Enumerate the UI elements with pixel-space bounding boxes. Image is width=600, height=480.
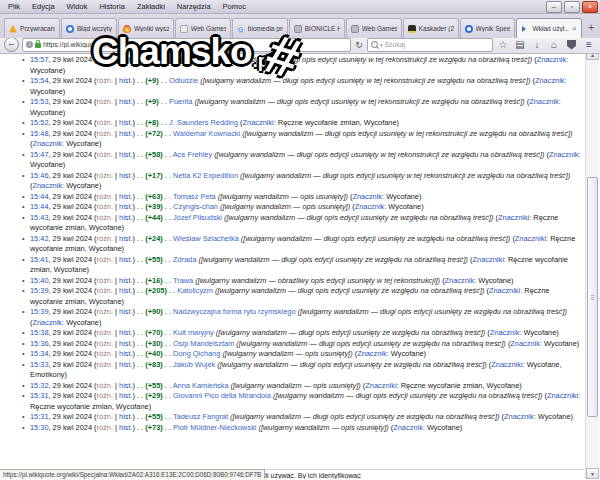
history-link[interactable]: hist. — [119, 360, 133, 369]
page-link[interactable]: J. Saunders Redding — [169, 118, 238, 127]
time-link[interactable]: 15:48 — [30, 129, 49, 138]
history-link[interactable]: hist. — [119, 192, 133, 201]
page-link[interactable]: Tadeusz Fangrat — [173, 412, 228, 421]
time-link[interactable]: 15:54 — [30, 76, 49, 85]
page-link[interactable]: Józef Piłsudski — [173, 213, 222, 222]
page-link[interactable]: Piotr Müldner-Nieckowski — [173, 423, 256, 432]
vertical-scrollbar[interactable]: ▲ ▼ — [585, 49, 599, 479]
time-link[interactable]: 15:39 — [30, 307, 49, 316]
time-link[interactable]: 15:31 — [30, 391, 49, 400]
history-link[interactable]: hist. — [119, 97, 133, 106]
restore-button[interactable]: ▫ — [564, 1, 580, 13]
tag-link[interactable]: Znaczniki: — [365, 381, 398, 390]
page-link[interactable]: Nadzwyczajna forma rytu rzymskiego — [173, 307, 295, 316]
browser-tab[interactable]: Kaskader (202... — [403, 18, 459, 38]
history-link[interactable]: hist. — [119, 171, 133, 180]
tag-link[interactable]: Znacznik: — [32, 318, 64, 327]
menu-pomoc[interactable]: Pomoc — [217, 1, 252, 13]
page-link[interactable]: Odludzie — [169, 76, 198, 85]
history-link[interactable]: hist. — [119, 55, 133, 64]
scrollbar-thumb[interactable] — [587, 177, 598, 417]
time-link[interactable]: 15:33 — [30, 360, 49, 369]
page-link[interactable]: Giovanni Pico della Mirandola — [173, 391, 271, 400]
history-link[interactable]: hist. — [119, 150, 133, 159]
time-link[interactable]: 15:42 — [30, 234, 49, 243]
browser-tab[interactable]: Wyniki wyszuki... — [118, 18, 174, 38]
page-link[interactable]: Realista — [173, 55, 200, 64]
browser-tab[interactable]: Web Games | BoM... — [175, 18, 231, 38]
tag-link[interactable]: Znaczniki: — [473, 255, 506, 264]
reload-button[interactable]: ↻ — [354, 40, 364, 50]
tag-link[interactable]: Znacznik: — [445, 276, 477, 285]
time-link[interactable]: 15:36 — [30, 339, 49, 348]
menu-historia[interactable]: Historia — [93, 1, 130, 13]
history-link[interactable]: hist. — [119, 213, 133, 222]
menu-widok[interactable]: Widok — [61, 1, 94, 13]
tag-link[interactable]: Znacznik: — [393, 423, 425, 432]
page-link[interactable]: Katolicyzm — [177, 286, 213, 295]
page-link[interactable]: Netia K2 Expedition — [173, 171, 238, 180]
tag-link[interactable]: Znacznik: — [504, 412, 536, 421]
history-link[interactable]: hist. — [119, 307, 133, 316]
time-link[interactable]: 15:47 — [30, 150, 49, 159]
url-text[interactable]: https://pl.wikiquote.org/wi — [43, 41, 119, 48]
downloads-icon[interactable]: ↓ — [530, 38, 544, 52]
tag-link[interactable]: Znacznik: — [529, 97, 561, 106]
page-link[interactable]: Zdrada — [173, 255, 196, 264]
menu-plik[interactable]: Plik — [2, 1, 26, 13]
tag-link[interactable]: Znacznik: — [32, 139, 64, 148]
history-link[interactable]: hist. — [119, 286, 133, 295]
page-link[interactable]: Ace Frehley — [173, 150, 212, 159]
tag-link[interactable]: Znaczniki: — [515, 234, 548, 243]
history-link[interactable]: hist. — [119, 255, 133, 264]
tag-link[interactable]: Znacznik: — [535, 76, 567, 85]
page-link[interactable]: Wiesław Szlachetka — [173, 234, 239, 243]
time-link[interactable]: 15:53 — [30, 97, 49, 106]
star-icon[interactable]: ☆ — [496, 38, 510, 52]
history-link[interactable]: hist. — [119, 339, 133, 348]
tag-link[interactable]: Znacznik: — [32, 181, 64, 190]
browser-tab[interactable]: Wkład użyt...× — [516, 18, 581, 38]
url-bar[interactable]: i https://pl.wikiquote.org/wi — [22, 38, 351, 52]
time-link[interactable]: 15:43 — [30, 213, 49, 222]
back-button[interactable]: ← — [4, 37, 19, 52]
time-link[interactable]: 15:44 — [30, 192, 49, 201]
tag-link[interactable]: Znaczniki: — [498, 213, 531, 222]
tag-link[interactable]: Znacznik: — [355, 202, 387, 211]
menu-edycja[interactable]: Edycja — [26, 1, 61, 13]
tab-close-icon[interactable]: × — [572, 25, 577, 33]
history-link[interactable]: hist. — [119, 276, 133, 285]
shield-icon[interactable] — [567, 40, 576, 50]
tag-link[interactable]: Znacznik: — [357, 349, 389, 358]
history-link[interactable]: hist. — [119, 118, 133, 127]
page-link[interactable]: Anna Kamieńska — [173, 381, 229, 390]
browser-tab[interactable]: Web Games | ... — [346, 18, 402, 38]
page-link[interactable]: Trawa — [173, 276, 193, 285]
scroll-down-button[interactable]: ▼ — [586, 468, 599, 479]
tag-link[interactable]: Znaczniki: — [489, 286, 522, 295]
page-link[interactable]: Jakub Wujek — [173, 360, 215, 369]
history-link[interactable]: hist. — [119, 412, 133, 421]
time-link[interactable]: 15:38 — [30, 328, 49, 337]
page-link[interactable]: Puerita — [169, 97, 192, 106]
browser-tab[interactable]: Błąd wczytywa... — [61, 18, 117, 38]
history-link[interactable]: hist. — [119, 234, 133, 243]
page-link[interactable]: Tomasz Peta — [173, 192, 216, 201]
time-link[interactable]: 15:31 — [30, 412, 49, 421]
search-engine-caret-icon[interactable]: ▾ — [380, 42, 383, 48]
time-link[interactable]: 15:57 — [30, 55, 49, 64]
info-icon[interactable]: i — [26, 41, 33, 48]
time-link[interactable]: 15:34 — [30, 349, 49, 358]
page-link[interactable]: Czyngis-chan — [173, 202, 218, 211]
search-input[interactable]: ▾ Szukaj — [367, 38, 493, 52]
bookmarks-icon[interactable]: ▤ — [513, 38, 527, 52]
history-link[interactable]: hist. — [119, 381, 133, 390]
history-link[interactable]: hist. — [119, 349, 133, 358]
menu-icon[interactable]: ≡ — [582, 38, 596, 52]
time-link[interactable]: 15:30 — [30, 423, 49, 432]
time-link[interactable]: 15:44 — [30, 202, 49, 211]
tag-link[interactable]: Znacznik: — [490, 328, 522, 337]
home-icon[interactable]: ⌂ — [547, 38, 561, 52]
tag-link[interactable]: Znacznik: — [510, 339, 542, 348]
history-link[interactable]: hist. — [119, 76, 133, 85]
